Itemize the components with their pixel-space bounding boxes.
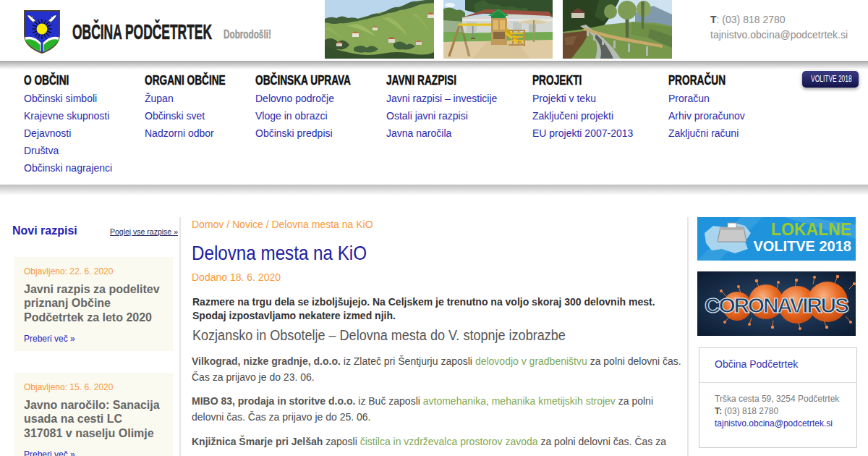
svg-text:VOLITVE 2018: VOLITVE 2018 — [753, 238, 851, 254]
svg-text:LOKALNE: LOKALNE — [771, 220, 851, 239]
svg-text:CORONAVIRUS: CORONAVIRUS — [705, 293, 849, 317]
